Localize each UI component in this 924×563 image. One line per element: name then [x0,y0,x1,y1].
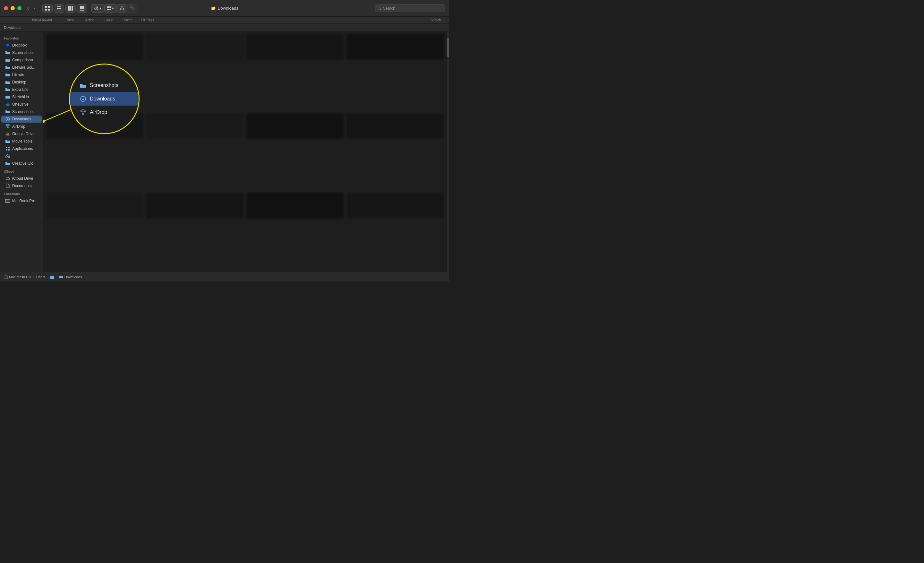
sidebar-label-lifewire-scr: Lifewire Scr... [12,65,35,70]
dropbox-icon [5,43,10,48]
content-area[interactable]: Screenshots Downloads [44,32,447,272]
locations-header: Locations [0,190,43,197]
zoom-item-airdrop[interactable]: AirDrop [70,106,139,119]
group-button[interactable]: ▾ [104,4,117,12]
zoom-item-downloads[interactable]: Downloads [70,92,139,106]
forward-button[interactable]: › [32,4,37,12]
sidebar-item-screenshots[interactable]: Screenshots [1,49,42,56]
macintosh-hd-icon [4,275,8,279]
favorites-header: Favorites [0,34,43,41]
folder-icon-6 [5,87,10,92]
sidebar-item-onedrive[interactable]: OneDrive [1,101,42,108]
svg-rect-12 [81,10,83,11]
svg-rect-6 [57,10,61,10]
sidebar-label-google-drive: Google Drive [12,132,34,136]
sidebar-label-sketchup: SketchUp [12,95,29,99]
folder-icon-10 [5,161,10,166]
sidebar-item-movie-tools[interactable]: Movie Tools [1,138,42,145]
window-title: 📁 Downloads [211,6,238,11]
svg-point-32 [82,113,84,115]
sidebar-label-movie-tools: Movie Tools [12,139,32,144]
sidebar-item-icloud-drive[interactable]: iCloud Drive [1,175,42,182]
sidebar-item-comparison[interactable]: Comparison... [1,57,42,63]
folder-icon-9 [5,139,10,144]
minimize-button[interactable] [10,6,15,10]
status-bar: Macintosh HD › Users › › Downloads [0,272,449,281]
title-bar: ‹ › [0,0,449,17]
sidebar-item-screenshots2[interactable]: Screenshots [1,108,42,115]
svg-rect-17 [110,6,111,8]
sidebar-label-screenshots: Screenshots [12,50,34,55]
svg-rect-10 [80,6,84,9]
sidebar-label-dropbox: Dropbox [12,43,27,48]
macbook-icon [5,198,10,204]
folder-icon-4 [5,72,10,77]
svg-rect-7 [68,6,70,11]
svg-point-24 [7,126,8,128]
svg-rect-16 [107,6,109,8]
view-controls [42,4,87,12]
sidebar-item-creative-cloud[interactable]: Creative Clo... [1,160,42,167]
sidebar-item-home[interactable] [1,152,42,159]
sidebar-item-downloads[interactable]: Downloads [1,116,42,123]
sidebar-item-lifewire[interactable]: Lifewire [1,71,42,78]
action-button[interactable]: ▾ [91,4,104,12]
svg-rect-9 [72,6,73,11]
sidebar-label-desktop: Desktop [12,80,26,84]
sidebar-label-airdrop: AirDrop [12,124,26,129]
breadcrumb-users: Users [36,275,45,279]
share-button[interactable] [117,4,127,12]
sidebar-item-sketchup[interactable]: SketchUp [1,93,42,101]
scroll-thumb[interactable] [447,38,449,57]
sidebar-item-google-drive[interactable]: Google Drive [1,130,42,137]
breadcrumb-downloads: Downloads [64,275,82,279]
folder-icon-8 [5,109,10,114]
label-search: Search [426,18,446,22]
svg-rect-4 [57,6,61,7]
folder-icon-2 [5,57,10,63]
search-bar[interactable] [375,5,446,12]
sidebar-item-applications[interactable]: Applications [1,145,42,152]
view-list-button[interactable] [54,4,64,12]
folder-icon [5,50,10,55]
sidebar-item-airdrop[interactable]: AirDrop [1,123,42,130]
sidebar-label-macbook-pro: MacBook Pro [12,199,35,203]
svg-rect-27 [6,149,8,150]
svg-rect-13 [83,10,84,11]
sidebar-label-icloud-drive: iCloud Drive [12,176,33,181]
back-button[interactable]: ‹ [26,4,31,12]
view-gallery-button[interactable] [77,4,87,12]
label-view: View [61,18,80,22]
sidebar-item-desktop[interactable]: Desktop [1,79,42,86]
search-input[interactable] [383,6,442,11]
label-share: Share [119,18,138,22]
sidebar-item-macbook-pro[interactable]: MacBook Pro [1,197,42,204]
folder-icon-3 [5,65,10,70]
user-folder-icon [50,275,54,279]
zoom-folder-icon [80,82,87,89]
title-folder-icon: 📁 [211,6,216,11]
sidebar-label-downloads: Downloads [12,117,31,121]
breadcrumb: Macintosh HD › Users › › Downloads [4,275,82,279]
close-button[interactable] [4,6,8,10]
zoom-downloads-icon [80,95,87,102]
scroll-indicator[interactable] [447,32,449,272]
zoom-item-screenshots[interactable]: Screenshots [70,79,139,92]
main-area: Favorites Dropbox Screenshots Comparison… [0,32,449,272]
sidebar-label-applications: Applications [12,146,33,151]
zoom-label-screenshots: Screenshots [90,83,118,88]
path-title: Downloads [4,26,21,30]
zoom-label-airdrop: AirDrop [90,110,107,115]
sidebar-item-dropbox[interactable]: Dropbox [1,42,42,49]
view-column-button[interactable] [66,4,76,12]
label-back-forward: Back/Forward [30,18,54,22]
edit-tags-button[interactable] [127,4,137,12]
sidebar-item-extra-life[interactable]: Extra Life [1,86,42,93]
svg-rect-3 [48,9,50,11]
view-icon-button[interactable] [42,4,52,12]
sidebar-item-lifewire-scr[interactable]: Lifewire Scr... [1,64,42,71]
svg-rect-30 [6,200,9,202]
maximize-button[interactable] [17,6,21,10]
sidebar-item-documents[interactable]: Documents [1,182,42,189]
downloads-icon [5,117,10,122]
